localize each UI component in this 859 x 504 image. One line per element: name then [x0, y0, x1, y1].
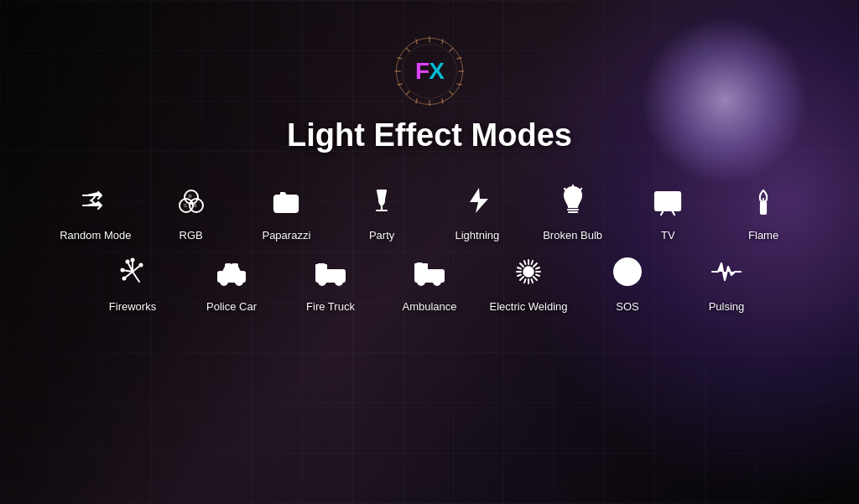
svg-line-81: [518, 268, 521, 269]
svg-line-12: [397, 58, 402, 59]
modes-row-1: Random Mode R G B RGB: [48, 179, 811, 242]
svg-point-26: [283, 200, 289, 207]
fx-text: FX: [415, 58, 444, 85]
party-icon: [360, 179, 403, 222]
mode-item-pulsing[interactable]: Pulsing: [677, 250, 776, 313]
svg-line-13: [397, 84, 402, 85]
random-mode-label: Random Mode: [60, 229, 131, 242]
modes-row-2: Fireworks: [48, 250, 811, 313]
mode-item-random-mode[interactable]: Random Mode: [48, 179, 143, 242]
svg-text:B: B: [194, 203, 197, 208]
svg-point-50: [123, 278, 126, 280]
svg-line-79: [524, 261, 526, 264]
svg-rect-69: [417, 263, 422, 266]
svg-point-55: [236, 278, 242, 285]
mode-item-flame[interactable]: Flame: [716, 179, 811, 242]
svg-point-49: [122, 269, 124, 272]
mode-item-paparazzi[interactable]: Paparazzi: [239, 179, 335, 242]
svg-line-16: [416, 98, 417, 103]
svg-line-6: [406, 48, 410, 52]
svg-point-60: [336, 278, 342, 285]
mode-item-sos[interactable]: SOS SOS: [578, 250, 677, 313]
mode-item-broken-bulb[interactable]: Broken Bulb: [525, 179, 621, 242]
svg-point-28: [277, 197, 279, 200]
svg-rect-27: [293, 196, 296, 199]
fireworks-icon: [111, 250, 154, 294]
svg-text:SOS: SOS: [617, 268, 634, 278]
pulsing-icon: [705, 250, 748, 294]
mode-item-fire-truck[interactable]: Fire Truck: [281, 250, 380, 313]
page-title: Light Effect Modes: [287, 117, 572, 153]
lightning-icon: [456, 179, 499, 222]
sos-icon: SOS: [606, 250, 649, 294]
svg-point-51: [132, 259, 134, 262]
fire-truck-label: Fire Truck: [306, 300, 355, 313]
paparazzi-label: Paparazzi: [262, 229, 310, 242]
svg-rect-57: [232, 264, 237, 267]
svg-point-63: [336, 272, 339, 275]
flame-label: Flame: [748, 229, 778, 242]
fx-x-letter: X: [429, 58, 444, 84]
paparazzi-icon: [264, 179, 308, 222]
svg-point-54: [221, 278, 227, 285]
svg-point-48: [127, 261, 129, 263]
fire-truck-icon: [309, 250, 352, 294]
svg-line-82: [518, 275, 521, 277]
tv-label: TV: [661, 229, 675, 242]
svg-point-65: [418, 278, 424, 285]
svg-rect-40: [761, 202, 766, 214]
police-car-label: Police Car: [206, 300, 257, 313]
svg-line-11: [442, 39, 443, 44]
mode-item-fireworks[interactable]: Fireworks: [83, 250, 182, 313]
party-label: Party: [369, 229, 394, 242]
electric-welding-icon: [507, 250, 550, 294]
mode-item-police-car[interactable]: Police Car: [182, 250, 281, 313]
fx-f-letter: F: [415, 58, 429, 84]
modes-container: Random Mode R G B RGB: [31, 179, 828, 313]
pulsing-label: Pulsing: [709, 300, 745, 313]
fireworks-label: Fireworks: [109, 300, 156, 313]
svg-text:G: G: [184, 203, 187, 208]
svg-line-8: [449, 48, 453, 52]
svg-line-75: [520, 263, 523, 267]
svg-line-78: [520, 277, 523, 280]
svg-line-76: [534, 277, 537, 280]
svg-text:TV: TV: [660, 199, 669, 206]
main-content: FX Light Effect Modes Random Mode: [0, 0, 859, 313]
mode-item-tv[interactable]: TV TV: [621, 179, 716, 242]
ambulance-label: Ambulance: [402, 300, 456, 313]
svg-line-15: [456, 84, 461, 85]
svg-line-42: [133, 272, 139, 282]
svg-rect-61: [318, 264, 325, 267]
police-car-icon: [210, 250, 253, 294]
svg-point-52: [140, 264, 143, 267]
svg-line-85: [524, 279, 526, 283]
random-icon: [74, 179, 117, 222]
svg-line-7: [449, 91, 453, 95]
mode-item-party[interactable]: Party: [334, 179, 430, 242]
svg-line-83: [536, 268, 539, 269]
svg-line-35: [565, 189, 566, 190]
broken-bulb-icon: [551, 179, 595, 222]
rgb-icon: R G B: [169, 179, 213, 222]
sos-label: SOS: [616, 300, 638, 313]
svg-line-10: [416, 39, 417, 44]
svg-text:R: R: [189, 194, 192, 199]
svg-line-84: [536, 275, 539, 277]
ambulance-icon: [408, 250, 451, 294]
svg-rect-56: [226, 264, 231, 267]
svg-line-17: [442, 98, 443, 103]
broken-bulb-label: Broken Bulb: [543, 229, 602, 242]
svg-line-9: [406, 91, 410, 95]
mode-item-lightning[interactable]: Lightning: [430, 179, 525, 242]
fx-logo: FX: [392, 34, 467, 109]
svg-point-59: [319, 278, 325, 285]
mode-item-rgb[interactable]: R G B RGB: [143, 179, 239, 242]
rgb-label: RGB: [180, 229, 203, 242]
svg-line-86: [532, 279, 534, 283]
electric-welding-label: Electric Welding: [490, 300, 568, 313]
mode-item-electric-welding[interactable]: Electric Welding: [479, 250, 578, 313]
svg-line-80: [532, 261, 534, 264]
mode-item-ambulance[interactable]: Ambulance: [380, 250, 479, 313]
svg-point-66: [434, 278, 440, 285]
